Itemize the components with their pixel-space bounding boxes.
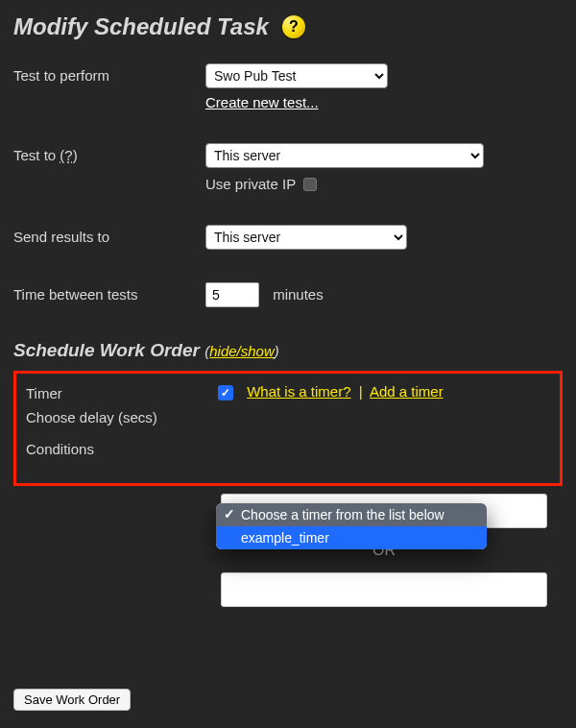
highlight-box: Timer ✓ What is a timer? | Add a timer C… [13, 371, 563, 486]
label-choose-delay: Choose delay (secs) [26, 407, 218, 425]
choose-delay-dropdown[interactable]: Choose a timer from the list below examp… [216, 503, 487, 549]
dropdown-option-header[interactable]: Choose a timer from the list below [216, 503, 487, 526]
row-test-to: Test to (?) This server Use private IP [13, 143, 563, 192]
hideshow-link[interactable]: hide/show [209, 343, 275, 359]
save-work-order-button[interactable]: Save Work Order [13, 689, 131, 711]
checkbox-use-private-ip[interactable] [303, 178, 317, 191]
heading-schedule-work-order: Schedule Work Order (hide/show) [13, 340, 563, 361]
what-is-timer-link[interactable]: What is a timer? [247, 383, 350, 400]
page-title-text: Modify Scheduled Task [13, 13, 269, 40]
input-time-between[interactable] [205, 282, 259, 307]
label-test-to-perform: Test to perform [13, 63, 205, 84]
row-time-between: Time between tests minutes [13, 282, 563, 307]
dropdown-option-example-timer[interactable]: example_timer [216, 526, 487, 549]
label-minutes: minutes [273, 286, 324, 303]
timer-link-separator: | [359, 383, 363, 400]
select-test-to[interactable]: This server [205, 143, 484, 168]
label-test-to: Test to (?) [13, 143, 205, 163]
select-test-to-perform[interactable]: Swo Pub Test [205, 63, 388, 88]
page-title: Modify Scheduled Task ? [13, 13, 563, 40]
row-send-results: Send results to This server [13, 225, 563, 250]
add-timer-link[interactable]: Add a timer [370, 383, 444, 400]
select-send-results[interactable]: This server [205, 225, 407, 250]
label-use-private-ip: Use private IP [205, 176, 296, 192]
label-conditions: Conditions [26, 439, 218, 457]
conditions-input-2[interactable] [221, 572, 547, 607]
label-send-results: Send results to [13, 225, 205, 245]
label-timer: Timer [26, 383, 218, 401]
help-icon[interactable]: ? [282, 15, 305, 38]
create-new-test-link[interactable]: Create new test... [205, 94, 563, 110]
label-time-between: Time between tests [13, 282, 205, 303]
checkbox-timer[interactable]: ✓ [218, 385, 233, 400]
row-test-to-perform: Test to perform Swo Pub Test Create new … [13, 63, 563, 110]
